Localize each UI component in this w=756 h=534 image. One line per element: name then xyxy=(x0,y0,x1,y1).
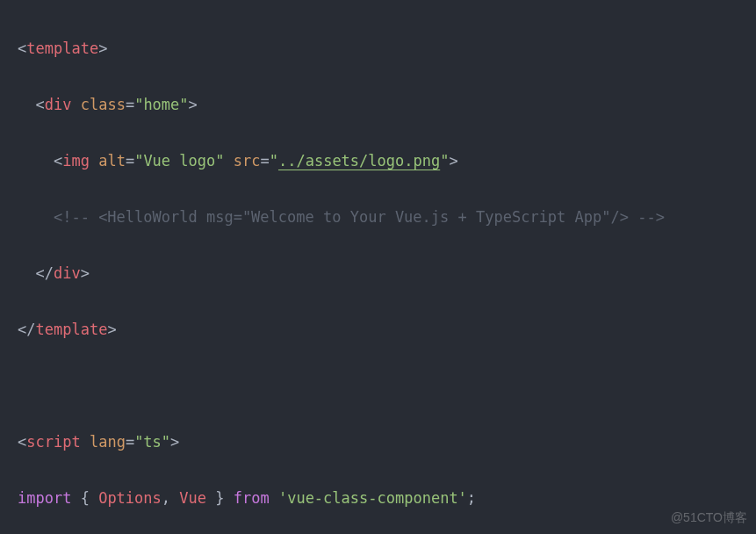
code-line: import { Options, Vue } from 'vue-class-… xyxy=(18,485,756,513)
code-line: <template> xyxy=(18,35,756,63)
code-line: <img alt="Vue logo" src="../assets/logo.… xyxy=(18,148,756,176)
code-editor[interactable]: <template> <div class="home"> <img alt="… xyxy=(0,0,756,534)
code-line: <div class="home"> xyxy=(18,91,756,119)
code-line: </template> xyxy=(18,316,756,344)
code-line xyxy=(18,372,756,400)
code-line: <!-- <HelloWorld msg="Welcome to Your Vu… xyxy=(18,204,756,232)
code-line: </div> xyxy=(18,260,756,288)
code-line: <script lang="ts"> xyxy=(18,429,756,457)
